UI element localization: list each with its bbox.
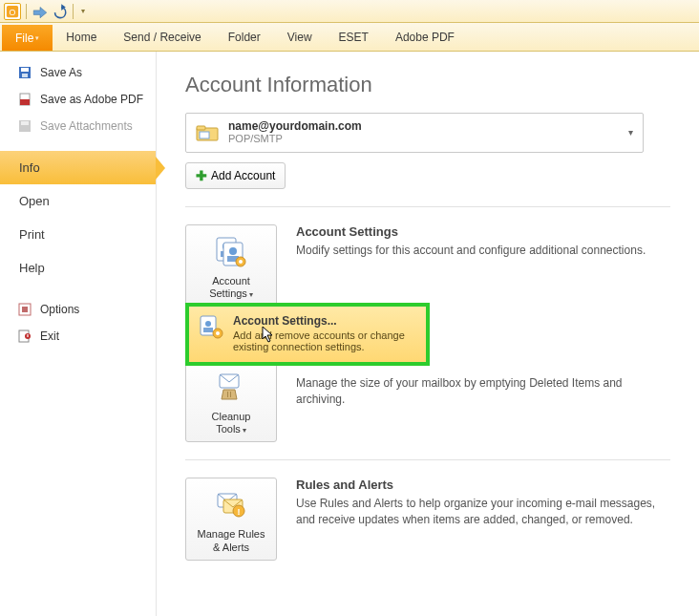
- section-divider: [185, 459, 670, 460]
- tab-eset[interactable]: ESET: [326, 23, 382, 51]
- folder-icon: [196, 123, 219, 142]
- qat-separator-2: [73, 4, 74, 19]
- account-settings-dropdown[interactable]: Account Settings... Add and remove accou…: [185, 303, 430, 366]
- sidebar-label: Save As: [40, 66, 82, 79]
- manage-rules-button[interactable]: ! Manage Rules & Alerts: [185, 478, 277, 560]
- main-area: Save As Save as Adobe PDF Save Attachmen…: [0, 52, 699, 616]
- section-divider: [185, 206, 670, 207]
- save-icon: [17, 65, 32, 80]
- dropdown-title: Account Settings...: [233, 314, 416, 328]
- outlook-icon: O: [4, 3, 21, 20]
- button-label: Settings: [209, 287, 247, 299]
- svg-rect-31: [227, 392, 228, 397]
- button-label: Tools: [216, 423, 241, 435]
- sidebar-save-as[interactable]: Save As: [0, 59, 156, 86]
- sidebar-save-attachments: Save Attachments: [0, 113, 156, 139]
- backstage-sidebar: Save As Save as Adobe PDF Save Attachmen…: [0, 52, 157, 616]
- svg-rect-8: [21, 121, 29, 125]
- svg-rect-4: [22, 74, 28, 77]
- account-protocol: POP/SMTP: [228, 133, 362, 145]
- exit-icon: [17, 329, 32, 344]
- svg-rect-13: [27, 334, 28, 337]
- svg-point-21: [229, 247, 237, 255]
- tab-adobe-pdf[interactable]: Adobe PDF: [382, 23, 468, 51]
- button-label: & Alerts: [213, 542, 249, 553]
- svg-rect-3: [21, 68, 29, 72]
- add-account-label: Add Account: [211, 169, 275, 182]
- svg-rect-32: [230, 392, 231, 397]
- button-label: Account: [212, 275, 250, 287]
- dropdown-description: Add and remove accounts or change existi…: [233, 329, 416, 352]
- sidebar-label: Save Attachments: [40, 119, 133, 133]
- section-heading: Rules and Alerts: [296, 478, 670, 492]
- svg-text:!: !: [238, 507, 241, 517]
- section-rules: ! Manage Rules & Alerts Rules and Alerts…: [185, 478, 670, 560]
- svg-point-26: [205, 321, 211, 327]
- button-label: Manage Rules: [198, 528, 265, 540]
- account-settings-menu-icon: [199, 314, 225, 341]
- account-picker[interactable]: name@yourdomain.com POP/SMTP: [185, 113, 644, 153]
- sidebar-label: Options: [40, 303, 79, 316]
- options-icon: [17, 302, 32, 317]
- chevron-down-icon: ▾: [249, 290, 253, 299]
- page-title: Account Information: [185, 73, 670, 97]
- tab-folder[interactable]: Folder: [215, 23, 274, 51]
- tab-file[interactable]: File: [2, 25, 53, 51]
- svg-rect-10: [22, 307, 28, 312]
- ribbon-tabs: File Home Send / Receive Folder View ESE…: [0, 23, 699, 52]
- sidebar-label: Exit: [40, 329, 59, 343]
- svg-point-24: [239, 260, 243, 264]
- sidebar-label: Save as Adobe PDF: [40, 93, 143, 106]
- sidebar-exit[interactable]: Exit: [0, 323, 156, 350]
- button-label: Cleanup: [212, 411, 251, 422]
- account-email: name@yourdomain.com: [228, 119, 362, 133]
- svg-point-29: [216, 331, 220, 335]
- svg-text:O: O: [10, 7, 16, 16]
- chevron-down-icon: ▾: [243, 426, 246, 435]
- undo-icon[interactable]: [51, 3, 68, 20]
- svg-rect-16: [200, 132, 209, 138]
- add-account-button[interactable]: ✚ Add Account: [185, 162, 286, 189]
- cleanup-tools-button[interactable]: Cleanup Tools▾: [185, 360, 277, 442]
- section-account-settings: Account Settings▾ Account Settings Modif…: [185, 224, 670, 307]
- plus-icon: ✚: [196, 168, 207, 183]
- cleanup-icon: [214, 371, 248, 405]
- section-description: Manage the size of your mailbox by empty…: [296, 375, 670, 408]
- account-settings-icon: [214, 235, 248, 269]
- svg-rect-27: [203, 328, 213, 332]
- tab-view[interactable]: View: [274, 23, 326, 51]
- sidebar-info[interactable]: Info: [0, 151, 156, 184]
- account-settings-button[interactable]: Account Settings▾: [185, 224, 277, 307]
- attachment-icon: [17, 118, 32, 134]
- section-cleanup: Cleanup Tools▾ Manage the size of your m…: [185, 360, 670, 442]
- content-pane: Account Information name@yourdomain.com …: [157, 52, 699, 616]
- tab-send-receive[interactable]: Send / Receive: [110, 23, 214, 51]
- title-bar: O ▾: [0, 0, 699, 23]
- sidebar-open[interactable]: Open: [0, 184, 156, 218]
- section-description: Use Rules and Alerts to help organize yo…: [296, 496, 670, 528]
- sidebar-options[interactable]: Options: [0, 296, 156, 323]
- sidebar-help[interactable]: Help: [0, 251, 156, 285]
- rules-alerts-icon: !: [214, 488, 248, 522]
- qat-separator: [26, 4, 27, 19]
- section-description: Modify settings for this account and con…: [296, 243, 670, 259]
- svg-rect-15: [197, 126, 205, 130]
- svg-rect-6: [20, 99, 30, 105]
- section-heading: Account Settings: [296, 224, 670, 239]
- tab-home[interactable]: Home: [53, 23, 110, 51]
- send-receive-icon[interactable]: [32, 3, 49, 20]
- sidebar-save-as-adobe-pdf[interactable]: Save as Adobe PDF: [0, 86, 156, 113]
- sidebar-print[interactable]: Print: [0, 218, 156, 251]
- qat-customize-icon[interactable]: ▾: [78, 7, 88, 15]
- pdf-icon: [17, 92, 32, 107]
